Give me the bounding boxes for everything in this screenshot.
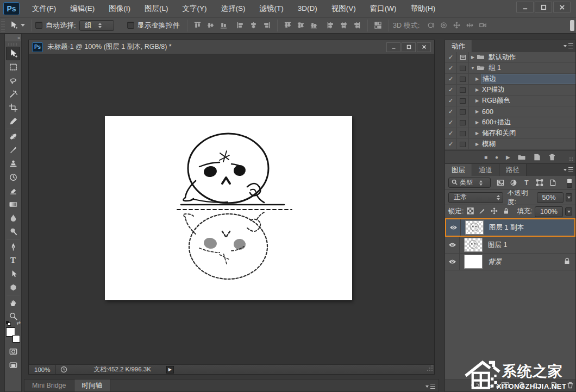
filter-shape-layers-icon[interactable]: [534, 178, 545, 188]
expand-triangle-icon[interactable]: ▶: [473, 77, 481, 81]
lasso-tool[interactable]: [6, 74, 20, 87]
visibility-toggle[interactable]: [446, 219, 461, 236]
status-options-button[interactable]: ▶: [166, 366, 174, 374]
menu-edit[interactable]: 编辑(E): [63, 0, 102, 17]
auto-align-button[interactable]: [372, 20, 384, 31]
dialog-toggle-empty[interactable]: [457, 117, 469, 128]
filter-toggle-switch[interactable]: [567, 178, 572, 188]
3d-rotate-icon[interactable]: [424, 20, 437, 31]
tab-timeline[interactable]: 时间轴: [74, 380, 111, 391]
clone-stamp-tool[interactable]: [6, 157, 20, 170]
tool-preset-picker[interactable]: [7, 21, 27, 30]
action-row[interactable]: ✓ ▶ XP描边: [445, 85, 575, 96]
dodge-tool[interactable]: [6, 225, 20, 238]
menu-type[interactable]: 文字(Y): [176, 0, 214, 17]
new-set-button[interactable]: [518, 154, 525, 161]
align-horizontal-centers-button[interactable]: [248, 20, 260, 31]
menu-3d[interactable]: 3D(D): [291, 0, 324, 17]
layer-row[interactable]: 图层 1: [445, 237, 575, 254]
stop-playing-button[interactable]: ■: [484, 154, 487, 160]
document-titlebar[interactable]: Ps 未标题-1 @ 100% (图层 1 副本, RGB/8) *: [29, 40, 434, 54]
magic-wand-tool[interactable]: [6, 87, 20, 101]
distribute-horizontal-centers-button[interactable]: [338, 20, 350, 31]
distribute-right-edges-button[interactable]: [351, 20, 363, 31]
align-top-edges-button[interactable]: [192, 20, 204, 31]
tab-layers[interactable]: 图层: [445, 164, 472, 176]
toggle-item-on-icon[interactable]: ✓: [445, 52, 457, 62]
dialog-toggle-empty[interactable]: [457, 74, 469, 84]
doc-maximize-button[interactable]: [402, 42, 416, 52]
auto-select-checkbox[interactable]: [35, 22, 42, 29]
quick-mask-button[interactable]: [6, 345, 20, 358]
toolbar-grip[interactable]: [8, 43, 18, 46]
dialog-toggle-empty[interactable]: [457, 85, 469, 95]
dialog-toggle-icon[interactable]: [457, 52, 469, 62]
tab-channels[interactable]: 通道: [472, 164, 499, 176]
menu-filter[interactable]: 滤镜(T): [253, 0, 291, 17]
shape-tool[interactable]: [6, 281, 20, 294]
3d-drag-icon[interactable]: [450, 20, 463, 31]
toggle-item-on-icon[interactable]: ✓: [445, 63, 457, 73]
panel-menu-icon[interactable]: [564, 167, 573, 173]
document-canvas[interactable]: [105, 116, 352, 300]
menu-layer[interactable]: 图层(L): [137, 0, 176, 17]
fill-field[interactable]: 100%: [535, 206, 563, 217]
action-row[interactable]: ✓ ▶ 储存和关闭: [445, 128, 575, 139]
menu-image[interactable]: 图像(I): [102, 0, 137, 17]
eraser-tool[interactable]: [6, 184, 20, 198]
scrubby-zoom-icon[interactable]: [60, 366, 67, 373]
new-action-button[interactable]: [533, 154, 541, 161]
options-bar-grip[interactable]: [1, 20, 5, 31]
expand-triangle-icon[interactable]: ▶: [473, 109, 481, 114]
lock-transparency-icon[interactable]: [467, 207, 474, 216]
visibility-toggle[interactable]: [445, 254, 460, 270]
filter-kind-dropdown[interactable]: 类型: [448, 178, 491, 188]
distribute-top-edges-button[interactable]: [282, 20, 294, 31]
menu-window[interactable]: 窗口(W): [363, 0, 404, 17]
expand-triangle-icon[interactable]: ▶: [473, 98, 481, 103]
app-maximize-button[interactable]: [535, 2, 552, 12]
app-close-button[interactable]: [553, 2, 571, 12]
panel-menu-icon[interactable]: [425, 383, 435, 390]
fill-dropdown-button[interactable]: [565, 207, 572, 216]
visibility-toggle[interactable]: [445, 237, 460, 253]
begin-recording-button[interactable]: ●: [495, 154, 498, 160]
menu-select[interactable]: 选择(S): [214, 0, 253, 17]
toggle-item-on-icon[interactable]: ✓: [445, 128, 457, 138]
default-colors-icon[interactable]: [6, 321, 11, 326]
doc-close-button[interactable]: [417, 42, 431, 52]
layer-thumbnail[interactable]: [465, 220, 484, 235]
align-vertical-centers-button[interactable]: [205, 20, 217, 31]
layer-row-selected[interactable]: 图层 1 副本: [445, 218, 575, 237]
blur-tool[interactable]: [6, 211, 20, 225]
canvas-pasteboard[interactable]: [29, 54, 434, 364]
panel-menu-icon[interactable]: [564, 43, 573, 49]
lock-position-icon[interactable]: [491, 207, 498, 216]
history-brush-tool[interactable]: [6, 170, 20, 184]
tab-mini-bridge[interactable]: Mini Bridge: [24, 380, 74, 391]
lock-pixels-icon[interactable]: [479, 207, 486, 216]
pen-tool[interactable]: [6, 240, 20, 254]
3d-roll-icon[interactable]: [437, 20, 450, 31]
screen-mode-button[interactable]: [6, 358, 20, 372]
app-minimize-button[interactable]: [516, 2, 534, 12]
action-row[interactable]: ✓ ▶ 600+描边: [445, 117, 575, 128]
spot-healing-brush-tool[interactable]: [6, 130, 20, 143]
expand-triangle-icon[interactable]: ▶: [469, 55, 477, 60]
layer-thumbnail[interactable]: [464, 238, 483, 252]
document-resize-grip[interactable]: [427, 365, 433, 373]
toggle-item-on-icon[interactable]: ✓: [445, 74, 457, 84]
toggle-item-on-icon[interactable]: ✓: [445, 117, 457, 128]
toolbar-collapse-button[interactable]: »: [5, 34, 21, 41]
dialog-toggle-empty[interactable]: [457, 106, 469, 117]
swap-colors-icon[interactable]: ⇄: [16, 320, 21, 326]
3d-zoom-icon[interactable]: [476, 20, 489, 31]
action-set-row[interactable]: ✓ ▼ 组 1: [445, 63, 575, 74]
panel-resize-grip[interactable]: [569, 157, 574, 162]
filter-type-layers-icon[interactable]: T: [521, 178, 532, 188]
action-set-row[interactable]: ✓ ▶ 默认动作: [445, 52, 575, 63]
expand-triangle-icon[interactable]: ▶: [473, 131, 481, 136]
play-selection-button[interactable]: ▶: [506, 154, 510, 160]
rectangular-marquee-tool[interactable]: [6, 60, 20, 74]
expand-triangle-icon[interactable]: ▶: [473, 142, 481, 147]
